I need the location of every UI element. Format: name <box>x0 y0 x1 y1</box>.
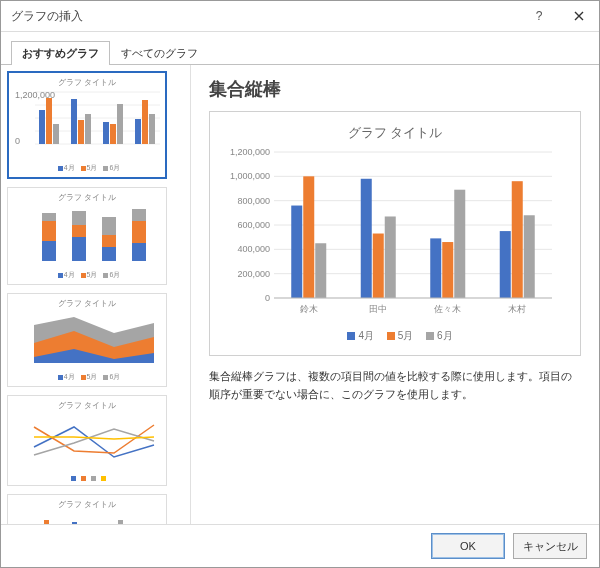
thumb-chart-icon: 1,200,0000 <box>13 90 163 160</box>
svg-text:200,000: 200,000 <box>237 269 270 279</box>
thumb-chart-icon <box>12 311 162 369</box>
svg-rect-9 <box>78 120 84 144</box>
svg-text:800,000: 800,000 <box>237 196 270 206</box>
close-button[interactable] <box>559 1 599 31</box>
thumb-clustered-bar-2[interactable]: グラフ タイトル <box>7 494 167 524</box>
svg-text:1,200,000: 1,200,000 <box>15 90 55 100</box>
svg-rect-73 <box>512 181 523 298</box>
svg-text:木村: 木村 <box>508 304 526 314</box>
svg-text:0: 0 <box>265 293 270 303</box>
thumb-chart-icon <box>12 413 162 471</box>
tab-bar: おすすめグラフ すべてのグラフ <box>1 32 599 65</box>
close-icon <box>574 11 584 21</box>
thumb-clustered-bar[interactable]: グラフ タイトル 1,200,0000 4月 <box>7 71 167 179</box>
svg-rect-23 <box>72 225 86 237</box>
svg-rect-30 <box>132 209 146 221</box>
svg-rect-12 <box>110 124 116 144</box>
svg-text:0: 0 <box>15 136 20 146</box>
svg-text:鈴木: 鈴木 <box>300 304 318 314</box>
help-button[interactable]: ? <box>519 1 559 31</box>
chart-thumbnails-list[interactable]: グラフ タイトル 1,200,0000 4月 <box>1 65 191 524</box>
svg-text:1,000,000: 1,000,000 <box>230 171 270 181</box>
thumb-line[interactable]: グラフ タイトル <box>7 395 167 486</box>
svg-rect-61 <box>303 176 314 298</box>
chart-preview[interactable]: グラフ タイトル 0200,000400,000600,000800,0001,… <box>209 111 581 356</box>
svg-rect-16 <box>149 114 155 144</box>
svg-rect-65 <box>373 234 384 298</box>
tab-recommended[interactable]: おすすめグラフ <box>11 41 110 65</box>
svg-rect-14 <box>135 119 141 144</box>
thumb-legend <box>12 474 162 481</box>
thumb-legend: 4月 5月 6月 <box>12 270 162 280</box>
svg-rect-68 <box>430 238 441 298</box>
thumb-stacked-bar[interactable]: グラフ タイトル 4月 5月 6月 <box>7 187 167 285</box>
svg-rect-64 <box>361 179 372 298</box>
thumb-area[interactable]: グラフ タイトル 4月 5月 6月 <box>7 293 167 387</box>
svg-rect-24 <box>72 211 86 225</box>
svg-rect-29 <box>132 221 146 243</box>
svg-rect-5 <box>39 110 45 144</box>
titlebar: グラフの挿入 ? <box>1 1 599 32</box>
svg-rect-15 <box>142 100 148 144</box>
svg-rect-21 <box>42 213 56 221</box>
tab-all[interactable]: すべてのグラフ <box>110 41 209 65</box>
chart-type-name: 集合縦棒 <box>209 77 581 101</box>
svg-rect-13 <box>117 104 123 144</box>
thumb-legend: 4月 5月 6月 <box>13 163 161 173</box>
svg-rect-72 <box>500 231 511 298</box>
svg-rect-70 <box>454 190 465 298</box>
svg-text:佐々木: 佐々木 <box>434 304 461 314</box>
thumb-chart-icon <box>12 205 162 267</box>
svg-text:田中: 田中 <box>369 304 387 314</box>
dialog-title: グラフの挿入 <box>11 8 519 25</box>
svg-rect-74 <box>524 215 535 298</box>
svg-rect-19 <box>42 241 56 261</box>
svg-rect-28 <box>132 243 146 261</box>
thumb-title: グラフ タイトル <box>12 298 162 309</box>
svg-rect-6 <box>46 98 52 144</box>
thumb-title: グラフ タイトル <box>12 499 162 510</box>
svg-text:400,000: 400,000 <box>237 244 270 254</box>
svg-text:1,200,000: 1,200,000 <box>230 148 270 157</box>
ok-button[interactable]: OK <box>431 533 505 559</box>
thumb-title: グラフ タイトル <box>13 77 161 88</box>
svg-rect-25 <box>102 247 116 261</box>
svg-rect-8 <box>71 99 77 144</box>
dialog-footer: OK キャンセル <box>1 524 599 567</box>
thumb-legend: 4月 5月 6月 <box>12 372 162 382</box>
svg-text:600,000: 600,000 <box>237 220 270 230</box>
chart-legend: 4月 5月 6月 <box>218 329 572 343</box>
chart-preview-pane: 集合縦棒 グラフ タイトル 0200,000400,000600,000800,… <box>191 65 599 524</box>
svg-rect-10 <box>85 114 91 144</box>
svg-rect-60 <box>291 206 302 298</box>
thumb-chart-icon <box>12 512 162 524</box>
insert-chart-dialog: グラフの挿入 ? おすすめグラフ すべてのグラフ グラフ タイトル <box>0 0 600 568</box>
chart-description: 集合縦棒グラフは、複数の項目間の値を比較する際に使用します。項目の順序が重要でな… <box>209 368 581 403</box>
thumb-title: グラフ タイトル <box>12 192 162 203</box>
svg-rect-27 <box>102 217 116 235</box>
svg-rect-11 <box>103 122 109 144</box>
svg-rect-22 <box>72 237 86 261</box>
svg-rect-66 <box>385 216 396 298</box>
svg-rect-7 <box>53 124 59 144</box>
cancel-button[interactable]: キャンセル <box>513 533 587 559</box>
svg-rect-62 <box>315 243 326 298</box>
svg-rect-69 <box>442 242 453 298</box>
chart-svg: 0200,000400,000600,000800,0001,000,0001,… <box>218 148 558 318</box>
svg-rect-26 <box>102 235 116 247</box>
svg-rect-20 <box>42 221 56 241</box>
thumb-title: グラフ タイトル <box>12 400 162 411</box>
chart-title: グラフ タイトル <box>218 124 572 142</box>
